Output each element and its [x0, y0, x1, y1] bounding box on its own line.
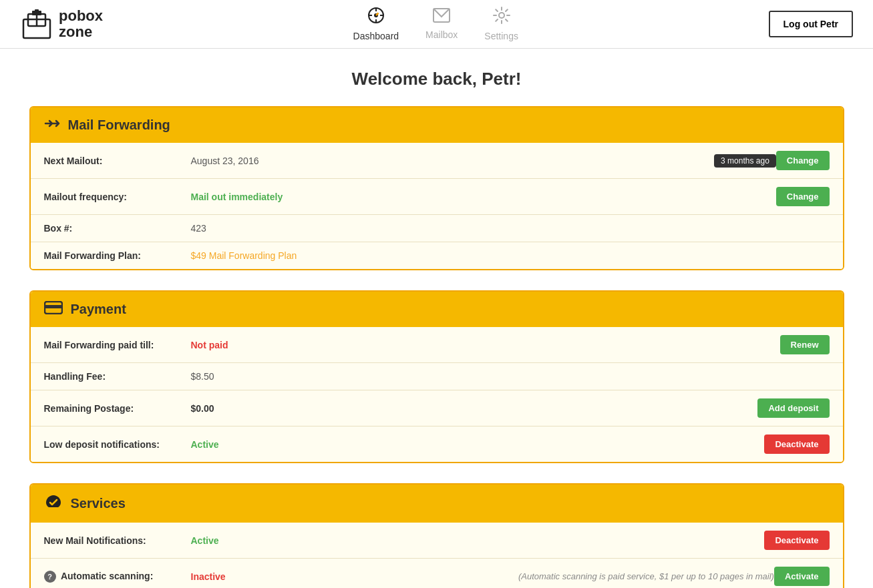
header: pobox zone Dashboard Mailbox Settings Lo…: [0, 0, 873, 49]
main-nav: Dashboard Mailbox Settings: [353, 7, 518, 41]
mailout-frequency-row: Mailout frequency: Mail out immediately …: [31, 179, 843, 215]
handling-fee-row: Handling Fee: $8.50: [31, 363, 843, 390]
mailout-frequency-actions: Change: [776, 187, 830, 206]
services-icon: [44, 494, 63, 513]
nav-mailbox-label: Mailbox: [425, 29, 458, 40]
auto-scanning-note: (Automatic scanning is paid service, $1 …: [518, 571, 774, 581]
auto-scanning-actions: Activate: [774, 567, 830, 586]
next-mailout-actions: Change: [776, 151, 830, 170]
new-mail-notifications-value: Active: [191, 535, 765, 546]
nav-dashboard-label: Dashboard: [353, 31, 399, 41]
mailout-frequency-change-button[interactable]: Change: [776, 187, 830, 206]
mail-forwarding-icon: [44, 117, 60, 133]
renew-button[interactable]: Renew: [780, 335, 830, 354]
handling-fee-value: $8.50: [191, 371, 830, 382]
nav-settings[interactable]: Settings: [484, 7, 518, 41]
next-mailout-label: Next Mailout:: [44, 156, 191, 166]
paid-till-label: Mail Forwarding paid till:: [44, 340, 191, 350]
svg-rect-4: [35, 9, 39, 12]
remaining-postage-label: Remaining Postage:: [44, 403, 191, 414]
new-mail-deactivate-button[interactable]: Deactivate: [764, 531, 829, 550]
payment-icon: [44, 301, 63, 318]
next-mailout-value: August 23, 2016: [191, 156, 703, 166]
mail-plan-row: Mail Forwarding Plan: $49 Mail Forwardin…: [31, 242, 843, 269]
svg-line-11: [376, 13, 379, 16]
mail-plan-value: $49 Mail Forwarding Plan: [191, 250, 830, 261]
payment-title: Payment: [71, 302, 126, 317]
mail-forwarding-body: Next Mailout: August 23, 2016 3 months a…: [31, 143, 843, 269]
low-deposit-row: Low deposit notifications: Active Deacti…: [31, 426, 843, 462]
mail-forwarding-section: Mail Forwarding Next Mailout: August 23,…: [29, 106, 844, 270]
box-number-value: 423: [191, 223, 830, 234]
payment-header: Payment: [31, 292, 843, 327]
logo-icon: [20, 7, 53, 41]
nav-mailbox[interactable]: Mailbox: [425, 8, 458, 40]
box-number-row: Box #: 423: [31, 215, 843, 242]
dashboard-icon: [367, 7, 385, 28]
auto-scanning-help-icon[interactable]: ?: [44, 571, 56, 583]
mail-forwarding-header: Mail Forwarding: [31, 107, 843, 143]
next-mailout-row: Next Mailout: August 23, 2016 3 months a…: [31, 143, 843, 179]
auto-scanning-activate-button[interactable]: Activate: [774, 567, 830, 586]
logo-text-line1: pobox: [59, 8, 103, 24]
mail-forwarding-title: Mail Forwarding: [68, 117, 170, 133]
mail-plan-label: Mail Forwarding Plan:: [44, 250, 191, 261]
handling-fee-label: Handling Fee:: [44, 371, 191, 382]
logo-text-line2: zone: [59, 24, 103, 40]
remaining-postage-actions: Add deposit: [757, 398, 829, 418]
logout-button[interactable]: Log out Petr: [769, 11, 853, 37]
auto-scanning-value: Inactive: [191, 571, 513, 582]
services-header: Services: [31, 485, 843, 523]
low-deposit-deactivate-button[interactable]: Deactivate: [764, 434, 829, 454]
remaining-postage-value: $0.00: [191, 403, 758, 414]
services-body: New Mail Notifications: Active Deactivat…: [31, 523, 843, 588]
mailout-frequency-label: Mailout frequency:: [44, 192, 191, 202]
mailbox-nav-icon: [433, 8, 450, 27]
add-deposit-button[interactable]: Add deposit: [757, 398, 829, 418]
mailout-frequency-value: Mail out immediately: [191, 192, 776, 202]
paid-till-actions: Renew: [780, 335, 830, 354]
services-section: Services New Mail Notifications: Active …: [29, 483, 844, 588]
svg-rect-15: [45, 305, 62, 308]
settings-nav-icon: [493, 7, 510, 28]
low-deposit-actions: Deactivate: [764, 434, 829, 454]
box-number-label: Box #:: [44, 223, 191, 234]
auto-scanning-label: ? Automatic scanning:: [44, 571, 191, 583]
main-content: Welcome back, Petr! Mail Forwarding Next…: [16, 49, 858, 588]
auto-scanning-value-group: Inactive (Automatic scanning is paid ser…: [191, 571, 774, 582]
low-deposit-value: Active: [191, 439, 765, 450]
new-mail-notifications-actions: Deactivate: [764, 531, 829, 550]
next-mailout-value-group: August 23, 2016 3 months ago: [191, 154, 776, 168]
nav-dashboard[interactable]: Dashboard: [353, 7, 399, 41]
page-title: Welcome back, Petr!: [29, 69, 844, 89]
new-mail-notifications-row: New Mail Notifications: Active Deactivat…: [31, 523, 843, 559]
payment-body: Mail Forwarding paid till: Not paid Rene…: [31, 327, 843, 462]
payment-section: Payment Mail Forwarding paid till: Not p…: [29, 290, 844, 463]
next-mailout-change-button[interactable]: Change: [776, 151, 830, 170]
remaining-postage-row: Remaining Postage: $0.00 Add deposit: [31, 390, 843, 426]
new-mail-notifications-label: New Mail Notifications:: [44, 535, 191, 546]
paid-till-row: Mail Forwarding paid till: Not paid Rene…: [31, 327, 843, 363]
svg-point-13: [499, 13, 504, 18]
months-ago-badge: 3 months ago: [714, 154, 776, 168]
services-title: Services: [71, 496, 126, 511]
logo[interactable]: pobox zone: [20, 7, 103, 41]
low-deposit-label: Low deposit notifications:: [44, 439, 191, 450]
nav-settings-label: Settings: [484, 31, 518, 41]
paid-till-value: Not paid: [191, 340, 780, 350]
auto-scanning-row: ? Automatic scanning: Inactive (Automati…: [31, 559, 843, 588]
